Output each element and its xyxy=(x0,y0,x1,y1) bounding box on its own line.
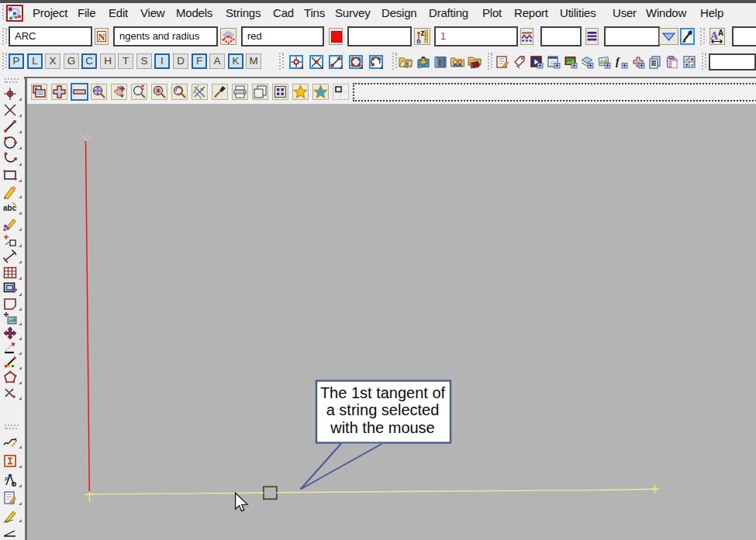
svg-text:f: f xyxy=(616,56,620,67)
svg-text:N: N xyxy=(98,32,105,43)
svg-text:z: z xyxy=(421,29,425,37)
svg-text:R: R xyxy=(5,476,9,483)
svg-text:A: A xyxy=(718,29,723,37)
